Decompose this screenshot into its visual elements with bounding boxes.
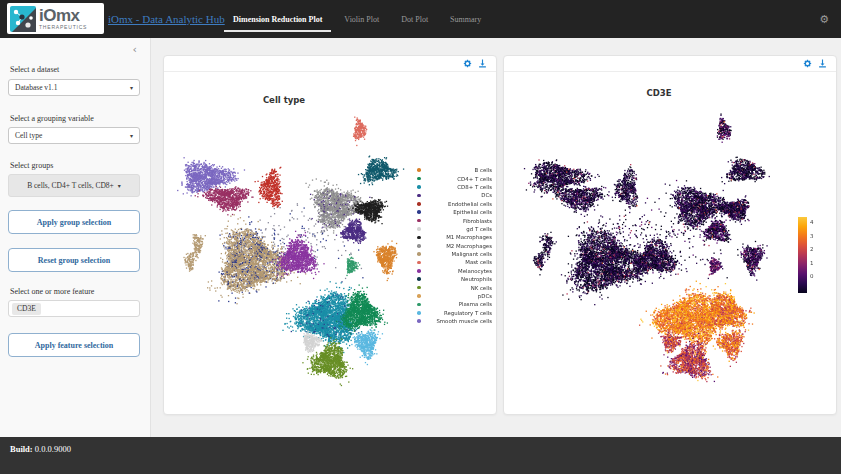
colorbar-tick: 0 bbox=[810, 273, 814, 279]
app-root: iOmx THERAPEUTICS iOmx - Data Analytic H… bbox=[0, 0, 841, 474]
legend-item[interactable]: Mast cells bbox=[406, 258, 492, 266]
colorbar-tick: 4 bbox=[810, 219, 814, 225]
grouping-select-value: Cell type bbox=[15, 131, 42, 140]
legend-label: DCs bbox=[421, 192, 492, 198]
grouping-label: Select a grouping variable bbox=[10, 114, 94, 123]
legend-item[interactable]: gd T cells bbox=[406, 225, 492, 233]
footer: Build: 0.0.0.9000 bbox=[0, 437, 841, 474]
app-title-link[interactable]: iOmx - Data Analytic Hub bbox=[108, 0, 225, 38]
chevron-down-icon: ▾ bbox=[130, 84, 133, 91]
tab-summary[interactable]: Summary bbox=[439, 0, 492, 38]
legend-label: Mast cells bbox=[421, 259, 492, 265]
legend-item[interactable]: pDCs bbox=[406, 292, 492, 300]
dataset-label: Select a dataset bbox=[10, 65, 59, 74]
legend-label: M2 Macrophages bbox=[421, 243, 492, 249]
feature-plot-card: CD3E 43210 bbox=[503, 55, 837, 415]
feature-umap-canvas[interactable] bbox=[505, 73, 837, 415]
apply-feature-selection-button[interactable]: Apply feature selection bbox=[8, 333, 140, 357]
apply-group-selection-button[interactable]: Apply group selection bbox=[8, 210, 140, 234]
legend-label: NK cells bbox=[421, 285, 492, 291]
plot-settings-gear-icon[interactable] bbox=[463, 59, 472, 68]
legend-item[interactable]: CD8+ T cells bbox=[406, 183, 492, 191]
legend-label: pDCs bbox=[421, 293, 492, 299]
celltype-legend: B cellsCD4+ T cellsCD8+ T cellsDCsEndoth… bbox=[406, 166, 492, 325]
legend-item[interactable]: Endothelial cells bbox=[406, 200, 492, 208]
dataset-select-value: Database v1.1 bbox=[15, 83, 57, 92]
colorbar-tick: 1 bbox=[810, 260, 814, 266]
legend-item[interactable]: Epithelial cells bbox=[406, 208, 492, 216]
groups-multiselect[interactable]: B cells, CD4+ T cells, CD8+ ▾ bbox=[8, 174, 140, 197]
logo-text: iOmx THERAPEUTICS bbox=[39, 7, 87, 30]
feature-card-header bbox=[504, 56, 836, 72]
legend-item[interactable]: B cells bbox=[406, 166, 492, 174]
legend-label: M1 Macrophages bbox=[421, 234, 492, 240]
legend-item[interactable]: Neutrophils bbox=[406, 275, 492, 283]
legend-item[interactable]: M2 Macrophages bbox=[406, 242, 492, 250]
legend-item[interactable]: Fibroblasts bbox=[406, 216, 492, 224]
legend-item[interactable]: Plasma cells bbox=[406, 300, 492, 308]
legend-label: Plasma cells bbox=[421, 301, 492, 307]
build-info: Build: 0.0.0.9000 bbox=[10, 444, 71, 454]
feature-label: Select one or more feature bbox=[10, 287, 94, 296]
groups-label: Select groups bbox=[10, 161, 53, 170]
tab-violin-plot[interactable]: Violin Plot bbox=[333, 0, 390, 38]
feature-input[interactable]: CD3E bbox=[8, 300, 140, 317]
logo-subtitle: THERAPEUTICS bbox=[39, 25, 87, 30]
plot-settings-gear-icon[interactable] bbox=[803, 59, 812, 68]
grouping-select[interactable]: Cell type ▾ bbox=[8, 127, 140, 144]
tab-dot-plot[interactable]: Dot Plot bbox=[390, 0, 439, 38]
legend-label: Malignant cells bbox=[421, 251, 492, 257]
legend-item[interactable]: CD4+ T cells bbox=[406, 174, 492, 182]
dataset-select[interactable]: Database v1.1 ▾ bbox=[8, 79, 140, 96]
chevron-down-icon: ▾ bbox=[118, 182, 121, 189]
legend-item[interactable]: Melanocytes bbox=[406, 267, 492, 275]
legend-item[interactable]: M1 Macrophages bbox=[406, 233, 492, 241]
legend-label: CD8+ T cells bbox=[421, 184, 492, 190]
logo-molecule-icon bbox=[10, 6, 36, 32]
navbar: iOmx THERAPEUTICS iOmx - Data Analytic H… bbox=[0, 0, 841, 38]
build-label: Build: bbox=[10, 444, 33, 454]
legend-label: gd T cells bbox=[421, 226, 492, 232]
legend-label: Regulatory T cells bbox=[421, 310, 492, 316]
company-logo[interactable]: iOmx THERAPEUTICS bbox=[7, 3, 104, 34]
nav-tabs: Dimension Reduction Plot Violin Plot Dot… bbox=[222, 0, 492, 38]
legend-label: Smooth muscle cells bbox=[421, 318, 492, 324]
reset-group-selection-button[interactable]: Reset group selection bbox=[8, 248, 140, 272]
legend-label: Melanocytes bbox=[421, 268, 492, 274]
sidebar: ‹ Select a dataset Database v1.1 ▾ Selec… bbox=[0, 38, 151, 437]
plot-download-icon[interactable] bbox=[818, 59, 827, 68]
sidebar-collapse-icon[interactable]: ‹ bbox=[133, 43, 137, 56]
celltype-plot-card: Cell type B cellsCD4+ T cellsCD8+ T cell… bbox=[163, 55, 497, 415]
legend-label: Neutrophils bbox=[421, 276, 492, 282]
feature-token[interactable]: CD3E bbox=[12, 303, 41, 315]
logo-brand: iOmx bbox=[39, 7, 87, 24]
plot-download-icon[interactable] bbox=[478, 59, 487, 68]
chevron-down-icon: ▾ bbox=[130, 132, 133, 139]
legend-item[interactable]: Smooth muscle cells bbox=[406, 317, 492, 325]
settings-gear-icon[interactable]: ⚙ bbox=[819, 0, 829, 38]
build-value: 0.0.0.9000 bbox=[35, 444, 71, 454]
colorbar-tick: 2 bbox=[810, 246, 814, 252]
main-content: Cell type B cellsCD4+ T cellsCD8+ T cell… bbox=[152, 38, 841, 437]
legend-label: CD4+ T cells bbox=[421, 176, 492, 182]
legend-item[interactable]: DCs bbox=[406, 191, 492, 199]
legend-item[interactable]: Malignant cells bbox=[406, 250, 492, 258]
tab-dimension-reduction-plot[interactable]: Dimension Reduction Plot bbox=[222, 0, 333, 38]
legend-label: Endothelial cells bbox=[421, 201, 492, 207]
legend-item[interactable]: NK cells bbox=[406, 283, 492, 291]
colorbar-tick: 3 bbox=[810, 233, 814, 239]
legend-label: Epithelial cells bbox=[421, 209, 492, 215]
expression-colorbar bbox=[798, 217, 807, 293]
celltype-card-header bbox=[164, 56, 496, 72]
groups-multiselect-value: B cells, CD4+ T cells, CD8+ bbox=[27, 181, 114, 190]
legend-item[interactable]: Regulatory T cells bbox=[406, 309, 492, 317]
legend-label: Fibroblasts bbox=[421, 218, 492, 224]
legend-label: B cells bbox=[421, 167, 492, 173]
